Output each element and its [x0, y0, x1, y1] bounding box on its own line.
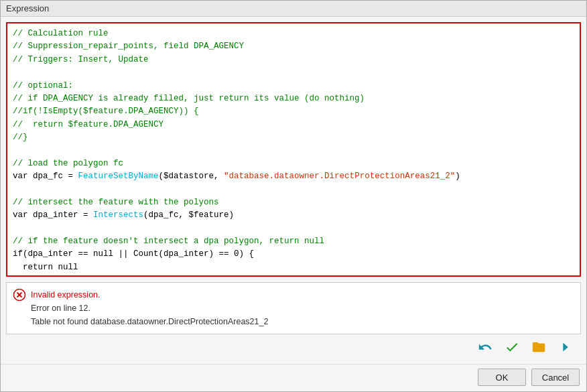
code-line	[13, 222, 574, 235]
code-line	[13, 144, 574, 157]
undo-icon	[478, 340, 493, 354]
code-line: }	[13, 274, 574, 277]
toolbar-row	[6, 334, 581, 358]
undo-button[interactable]	[475, 338, 495, 356]
code-line: // Calculation rule	[13, 27, 574, 40]
code-line	[13, 66, 574, 79]
code-line	[13, 184, 574, 196]
error-icon	[13, 289, 25, 301]
code-line: //}	[13, 131, 574, 144]
code-line: // load the polygon fc	[13, 157, 574, 170]
code-line: var dpa_fc = FeatureSetByName($datastore…	[13, 170, 574, 183]
cancel-button[interactable]: Cancel	[531, 369, 580, 386]
code-line: //if(!IsEmpty($feature.DPA_AGENCY)) {	[13, 105, 574, 118]
expression-dialog: Expression // Calculation rule // Suppre…	[0, 0, 587, 392]
code-line: // if the feature doesn't intersect a dp…	[13, 235, 574, 248]
code-line: return null	[13, 261, 574, 274]
error-text: Invalid expression. Error on line 12. Ta…	[31, 288, 268, 328]
dialog-title: Expression	[1, 1, 586, 17]
code-line: var dpa_inter = Intersects(dpa_fc, $feat…	[13, 209, 574, 222]
code-line: // intersect the feature with the polyon…	[13, 196, 574, 209]
validate-button[interactable]	[502, 338, 522, 356]
code-line: // Suppression_repair_points, field DPA_…	[13, 40, 574, 53]
code-line: // if DPA_AGENCY is already filled, just…	[13, 92, 574, 105]
error-section: Invalid expression. Error on line 12. Ta…	[6, 282, 581, 334]
error-title: Invalid expression.	[31, 290, 101, 300]
error-row: Invalid expression. Error on line 12. Ta…	[13, 288, 574, 328]
code-line: // return $feature.DPA_AGENCY	[13, 119, 574, 131]
code-line: if(dpa_inter == null || Count(dpa_inter)…	[13, 248, 574, 261]
error-line: Error on line 12.	[31, 304, 90, 313]
error-message: Table not found database.dataowner.Direc…	[31, 317, 268, 326]
code-line: // Triggers: Insert, Update	[13, 54, 574, 66]
arrow-right-icon	[558, 340, 573, 354]
open-button[interactable]	[529, 338, 549, 356]
expression-editor[interactable]: // Calculation rule // Suppression_repai…	[6, 22, 581, 277]
dialog-body: // Calculation rule // Suppression_repai…	[1, 17, 586, 364]
next-button[interactable]	[556, 338, 576, 356]
button-row: OK Cancel	[1, 364, 586, 391]
ok-button[interactable]: OK	[478, 369, 526, 386]
checkmark-icon	[505, 340, 519, 354]
folder-icon	[531, 340, 546, 354]
code-line: // optional:	[13, 80, 574, 92]
